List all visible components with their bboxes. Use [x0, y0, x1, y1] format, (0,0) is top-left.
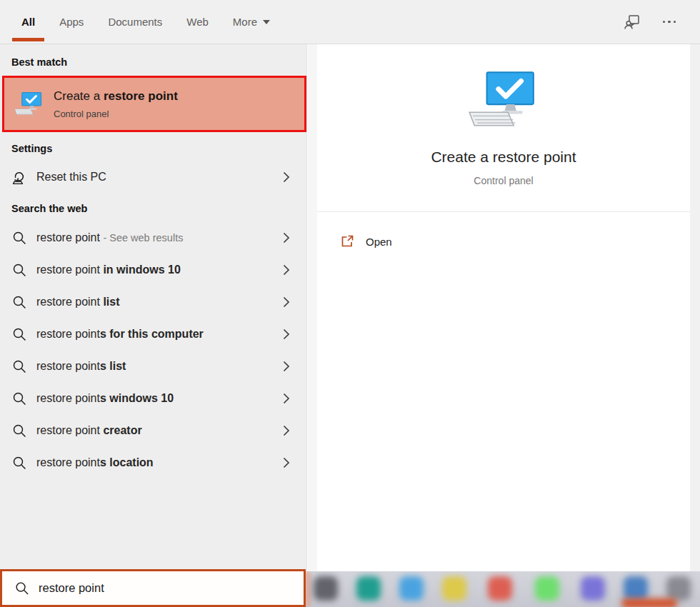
- search-icon: [11, 230, 27, 246]
- tab-apps-label: Apps: [59, 16, 84, 28]
- taskbar-app-icon[interactable]: [399, 576, 424, 601]
- search-icon: [14, 581, 29, 596]
- windows-search-flyout: All Apps Documents Web More: [0, 0, 700, 607]
- preview-panel: Create a restore point Control panel Ope…: [308, 44, 700, 571]
- chevron-right-icon[interactable]: [283, 457, 290, 468]
- tab-documents[interactable]: Documents: [108, 0, 162, 44]
- web-suggestion-row[interactable]: restore point in windows 10: [0, 254, 307, 286]
- preview-title: Create a restore point: [317, 149, 690, 166]
- divider: [317, 211, 690, 212]
- web-suggestion-row[interactable]: restore points location: [0, 446, 307, 478]
- search-icon: [11, 358, 27, 374]
- taskbar-app-icon[interactable]: [442, 576, 466, 601]
- result-label: Reset this PC: [36, 171, 106, 184]
- web-suggestions-list: restore point - See web results restore …: [0, 221, 307, 478]
- chevron-right-icon[interactable]: [283, 264, 290, 276]
- open-action[interactable]: Open: [317, 226, 690, 256]
- tab-more[interactable]: More: [233, 0, 270, 44]
- chevron-right-icon[interactable]: [283, 232, 290, 244]
- tab-all-label: All: [21, 16, 35, 28]
- system-restore-icon: [466, 71, 539, 129]
- system-restore-icon: [14, 92, 44, 116]
- web-suggestion-row[interactable]: restore point creator: [0, 414, 307, 446]
- reset-pc-icon: [11, 169, 27, 185]
- chevron-right-icon[interactable]: [283, 171, 290, 183]
- panel-edge: [690, 44, 700, 571]
- search-icon: [11, 455, 27, 471]
- taskbar-app-icon[interactable]: [581, 576, 605, 601]
- search-icon: [11, 391, 27, 406]
- taskbar: [306, 571, 700, 607]
- filter-tabs: All Apps Documents Web More: [0, 0, 270, 44]
- suggestion-text: restore point in windows 10: [36, 264, 181, 276]
- taskbar-app-icon[interactable]: [666, 576, 691, 601]
- best-match-section-label: Best match: [11, 56, 67, 68]
- tab-apps[interactable]: Apps: [59, 0, 84, 44]
- taskbar-app-icon[interactable]: [314, 576, 338, 601]
- chevron-right-icon[interactable]: [283, 296, 290, 308]
- tab-all[interactable]: All: [21, 0, 35, 44]
- search-filter-tabs-bar: All Apps Documents Web More: [0, 0, 700, 44]
- web-suggestion-row[interactable]: restore points windows 10: [0, 382, 307, 414]
- settings-section-label: Settings: [11, 143, 52, 154]
- best-match-result[interactable]: Create a restore point Control panel: [2, 76, 306, 132]
- web-suggestion-row[interactable]: restore points for this computer: [0, 318, 307, 350]
- suggestion-text: restore points windows 10: [36, 392, 174, 405]
- taskbar-app-icon[interactable]: [356, 576, 381, 601]
- open-action-label: Open: [366, 236, 392, 248]
- settings-result-reset-this-pc[interactable]: Reset this PC: [0, 161, 307, 193]
- suggestion-text: restore point - See web results: [36, 231, 183, 244]
- web-suggestion-row[interactable]: restore point - See web results: [0, 221, 307, 254]
- chevron-right-icon[interactable]: [283, 361, 290, 372]
- suggestion-text: restore points list: [36, 360, 126, 373]
- panel-gap: [308, 44, 317, 571]
- open-icon: [340, 234, 354, 249]
- taskbar-app-icon[interactable]: [535, 576, 559, 601]
- chevron-right-icon[interactable]: [283, 328, 290, 340]
- suggestion-text: restore point list: [36, 296, 120, 308]
- tab-web[interactable]: Web: [186, 0, 209, 44]
- feedback-icon[interactable]: [623, 13, 641, 31]
- tab-more-label: More: [233, 16, 257, 28]
- best-match-title: Create a restore point: [54, 89, 178, 104]
- search-icon: [11, 262, 27, 278]
- suggestion-text: restore point creator: [36, 424, 142, 437]
- preview-subtitle: Control panel: [317, 175, 690, 186]
- tab-documents-label: Documents: [108, 16, 162, 28]
- suggestion-text: restore points for this computer: [36, 328, 204, 341]
- web-suggestion-row[interactable]: restore points list: [0, 350, 307, 382]
- taskbar-notification-blur: [621, 598, 677, 607]
- suggestion-text: restore points location: [36, 456, 154, 469]
- search-input[interactable]: [39, 581, 289, 595]
- search-icon: [11, 294, 27, 310]
- search-icon: [11, 423, 27, 438]
- search-icon: [11, 326, 27, 342]
- chevron-right-icon[interactable]: [283, 425, 290, 436]
- taskbar-app-icon[interactable]: [624, 576, 648, 601]
- search-the-web-section-label: Search the web: [11, 203, 87, 214]
- chevron-down-icon: [263, 20, 270, 24]
- search-box: [0, 569, 306, 607]
- taskbar-app-icon[interactable]: [488, 576, 512, 601]
- ellipsis-icon[interactable]: [660, 13, 679, 31]
- search-results-panel: Best match Create a restore point Contro…: [0, 44, 307, 607]
- tab-web-label: Web: [186, 16, 209, 28]
- active-tab-underline: [12, 38, 44, 41]
- best-match-subtitle: Control panel: [54, 109, 178, 119]
- web-suggestion-row[interactable]: restore point list: [0, 286, 307, 318]
- taskbar-edge-glow: [306, 571, 310, 607]
- chevron-right-icon[interactable]: [283, 393, 290, 404]
